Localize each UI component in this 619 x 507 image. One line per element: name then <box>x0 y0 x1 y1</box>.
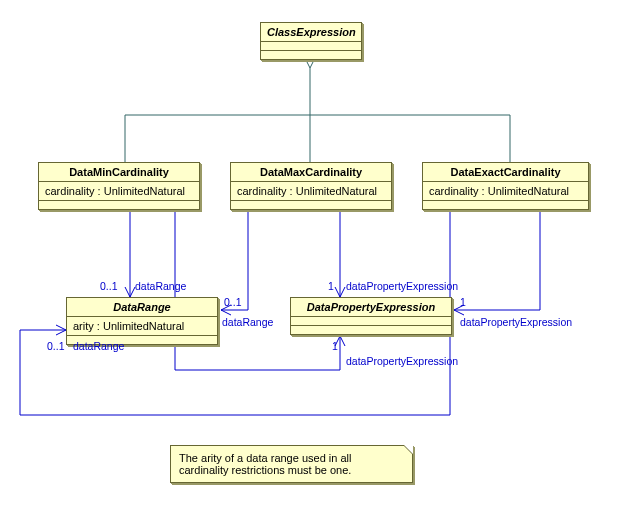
class-attribute: cardinality : UnlimitedNatural <box>39 182 199 201</box>
note-text: The arity of a data range used in all <box>179 452 404 464</box>
assoc-mult: 0..1 <box>224 296 242 308</box>
note-text: cardinality restrictions must be one. <box>179 464 404 476</box>
class-compartment <box>231 201 391 209</box>
class-compartment <box>291 317 451 326</box>
assoc-role: dataPropertyExpression <box>346 280 458 292</box>
assoc-role: dataPropertyExpression <box>460 316 572 328</box>
class-compartment <box>291 326 451 334</box>
assoc-role: dataRange <box>222 316 273 328</box>
class-compartment <box>261 42 361 51</box>
class-datamaxcardinality: DataMaxCardinality cardinality : Unlimit… <box>230 162 392 210</box>
class-title: DataPropertyExpression <box>291 298 451 317</box>
assoc-role: dataRange <box>73 340 124 352</box>
note-fold-icon <box>403 445 413 455</box>
class-attribute: arity : UnlimitedNatural <box>67 317 217 336</box>
class-title: DataExactCardinality <box>423 163 588 182</box>
class-classexpression: ClassExpression <box>260 22 362 60</box>
assoc-mult: 1 <box>332 340 338 352</box>
class-attribute: cardinality : UnlimitedNatural <box>231 182 391 201</box>
note: The arity of a data range used in all ca… <box>170 445 413 483</box>
class-dataexactcardinality: DataExactCardinality cardinality : Unlim… <box>422 162 589 210</box>
assoc-role: dataRange <box>135 280 186 292</box>
class-title: DataMinCardinality <box>39 163 199 182</box>
class-datapropertyexpression: DataPropertyExpression <box>290 297 452 335</box>
class-title: ClassExpression <box>261 23 361 42</box>
class-compartment <box>39 201 199 209</box>
class-compartment <box>261 51 361 59</box>
class-datamincardinality: DataMinCardinality cardinality : Unlimit… <box>38 162 200 210</box>
assoc-mult: 0..1 <box>47 340 65 352</box>
class-title: DataMaxCardinality <box>231 163 391 182</box>
assoc-role: dataPropertyExpression <box>346 355 458 367</box>
class-compartment <box>423 201 588 209</box>
class-title: DataRange <box>67 298 217 317</box>
class-datarange: DataRange arity : UnlimitedNatural <box>66 297 218 345</box>
class-attribute: cardinality : UnlimitedNatural <box>423 182 588 201</box>
assoc-mult: 1 <box>328 280 334 292</box>
assoc-mult: 0..1 <box>100 280 118 292</box>
assoc-mult: 1 <box>460 296 466 308</box>
